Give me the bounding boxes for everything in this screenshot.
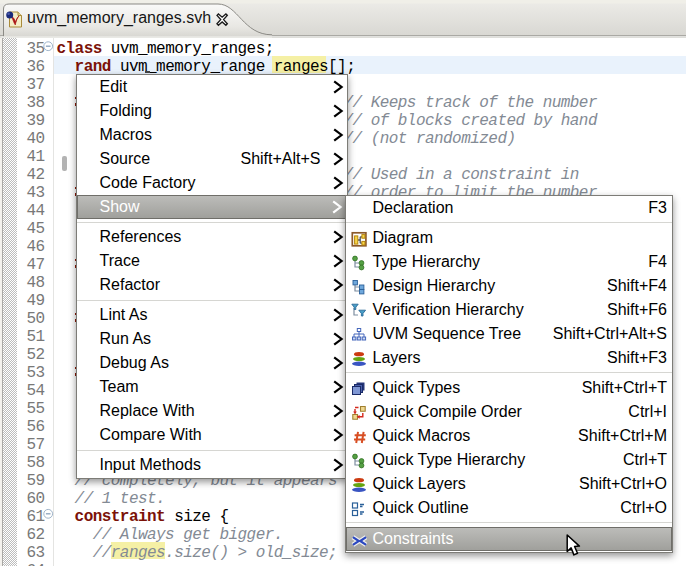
svg-text:uvm_memory_ranges.svh: uvm_memory_ranges.svh: [27, 9, 211, 27]
